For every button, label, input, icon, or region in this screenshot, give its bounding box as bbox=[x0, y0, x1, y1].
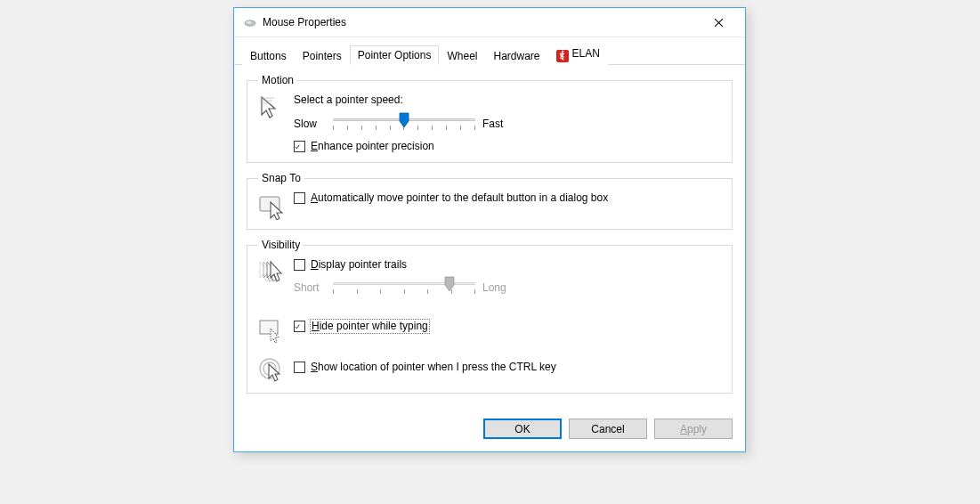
motion-cursor-icon bbox=[258, 93, 294, 122]
trails-thumb bbox=[444, 276, 455, 292]
group-snap-to: Snap To Automatically move pointer to th… bbox=[247, 172, 733, 230]
tab-pointer-options[interactable]: Pointer Options bbox=[350, 45, 440, 65]
group-motion-legend: Motion bbox=[258, 74, 297, 86]
tab-elan-label: ELAN bbox=[572, 47, 600, 60]
window-title: Mouse Properties bbox=[263, 16, 346, 28]
fast-label: Fast bbox=[482, 118, 514, 130]
trails-icon bbox=[258, 258, 294, 285]
snap-to-label: Automatically move pointer to the defaul… bbox=[311, 191, 608, 205]
enhance-precision-checkbox[interactable] bbox=[294, 141, 305, 152]
short-label: Short bbox=[294, 281, 326, 294]
elan-icon: ई bbox=[556, 50, 569, 62]
group-snap-legend: Snap To bbox=[258, 172, 304, 184]
pointer-speed-slider[interactable] bbox=[333, 113, 475, 134]
hide-typing-icon bbox=[258, 316, 294, 343]
show-location-ctrl-label: Show location of pointer when I press th… bbox=[311, 361, 556, 374]
snap-to-icon bbox=[258, 191, 294, 220]
hide-while-typing-checkbox[interactable] bbox=[294, 321, 305, 332]
mouse-icon bbox=[243, 15, 257, 29]
apply-button[interactable]: Apply bbox=[654, 419, 733, 439]
group-visibility-legend: Visibility bbox=[258, 239, 304, 251]
close-button[interactable] bbox=[699, 10, 738, 35]
enhance-precision-label: Enhance pointer precision bbox=[311, 140, 434, 153]
snap-to-checkbox[interactable] bbox=[294, 192, 305, 204]
group-visibility: Visibility Display pointer trails bbox=[247, 239, 733, 394]
ctrl-locate-icon bbox=[258, 355, 294, 384]
dialog-content: Motion Select a pointer speed: Slow bbox=[234, 65, 745, 410]
long-label: Long bbox=[482, 281, 514, 294]
pointer-speed-label: Select a pointer speed: bbox=[294, 93, 721, 106]
display-trails-label: Display pointer trails bbox=[311, 258, 407, 272]
ok-button[interactable]: OK bbox=[483, 419, 562, 439]
tab-pointers[interactable]: Pointers bbox=[295, 46, 350, 65]
hide-while-typing-label: Hide pointer while typing bbox=[311, 320, 429, 333]
titlebar: Mouse Properties bbox=[234, 8, 745, 37]
cancel-button[interactable]: Cancel bbox=[569, 419, 647, 439]
tab-buttons[interactable]: Buttons bbox=[242, 46, 295, 65]
show-location-ctrl-checkbox[interactable] bbox=[294, 362, 305, 373]
tab-hardware[interactable]: Hardware bbox=[485, 46, 547, 65]
tabbar: Buttons Pointers Pointer Options Wheel H… bbox=[234, 44, 745, 65]
group-motion: Motion Select a pointer speed: Slow bbox=[247, 74, 733, 163]
mouse-properties-dialog: Mouse Properties Buttons Pointers Pointe… bbox=[233, 7, 746, 452]
trails-slider bbox=[333, 277, 475, 298]
svg-rect-3 bbox=[260, 321, 278, 334]
tab-wheel[interactable]: Wheel bbox=[439, 46, 485, 65]
tab-container: Buttons Pointers Pointer Options Wheel H… bbox=[234, 37, 745, 65]
slow-label: Slow bbox=[294, 118, 326, 130]
dialog-buttons: OK Cancel Apply bbox=[234, 410, 745, 451]
pointer-speed-thumb[interactable] bbox=[399, 112, 409, 128]
close-icon bbox=[714, 18, 724, 28]
svg-point-1 bbox=[247, 20, 252, 23]
tab-elan[interactable]: ईELAN bbox=[548, 44, 608, 65]
display-trails-checkbox[interactable] bbox=[294, 259, 305, 271]
